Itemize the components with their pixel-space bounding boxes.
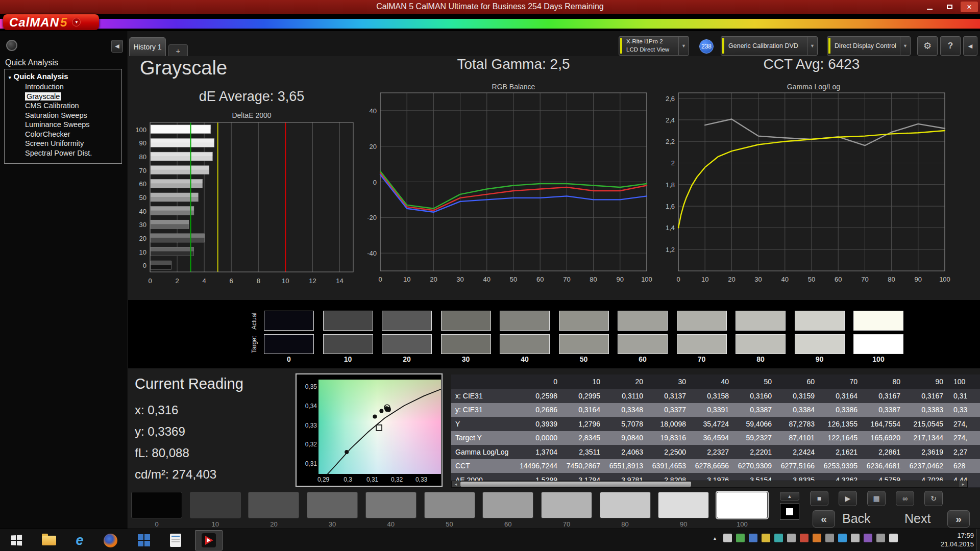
- patch-level-20[interactable]: [248, 492, 299, 518]
- sidebar-item-spectral-power-dist[interactable]: Spectral Power Dist.: [25, 148, 121, 158]
- sidebar-collapse-button[interactable]: ◀: [111, 40, 123, 53]
- tray-icon-5[interactable]: [774, 534, 783, 542]
- next-button[interactable]: Next: [904, 511, 930, 526]
- patch-level-0[interactable]: [131, 492, 182, 518]
- sidebar-item-luminance-sweeps[interactable]: Luminance Sweeps: [25, 120, 121, 130]
- patch-level-80[interactable]: [600, 492, 651, 518]
- patch-level-100[interactable]: [717, 492, 768, 518]
- patch-level-90[interactable]: [658, 492, 709, 518]
- table-cell: 7450,2867: [560, 462, 603, 470]
- gear-icon: ⚙: [923, 40, 932, 52]
- logo-dropdown-icon[interactable]: ▼: [72, 18, 81, 27]
- sidebar-item-colorchecker[interactable]: ColorChecker: [25, 130, 121, 139]
- chevron-down-icon[interactable]: ▼: [807, 37, 817, 55]
- play-button[interactable]: ▶: [839, 491, 857, 506]
- svg-text:80: 80: [139, 153, 146, 161]
- tray-icon-9[interactable]: [825, 534, 834, 542]
- table-row-label: y: CIE31: [451, 406, 518, 414]
- svg-text:2: 2: [671, 159, 675, 167]
- taskbar-blue-tiles-app[interactable]: [132, 530, 156, 550]
- taskbar-calman-active[interactable]: [195, 530, 223, 550]
- close-button[interactable]: ×: [961, 2, 978, 12]
- patch-level-50[interactable]: [424, 492, 475, 518]
- tray-icon-11[interactable]: [851, 534, 860, 542]
- chevron-down-icon[interactable]: ▼: [678, 37, 689, 55]
- source-dropdown[interactable]: Generic Calibration DVD ▼: [721, 36, 818, 56]
- display-control-dropdown[interactable]: Direct Display Control ▼: [827, 36, 911, 56]
- display-accent-bar: [828, 38, 830, 54]
- tray-icon-2[interactable]: [736, 534, 745, 542]
- continuous-read-button[interactable]: ∞: [896, 491, 914, 506]
- start-button[interactable]: [2, 530, 31, 550]
- taskbar-firefox[interactable]: [98, 530, 122, 550]
- tiles-icon: [138, 534, 150, 546]
- meter-profile-button[interactable]: ▦: [867, 491, 886, 506]
- cie-plot: [318, 380, 441, 474]
- show-desktop-button[interactable]: [976, 529, 980, 551]
- table-scrollbar[interactable]: ◂ ▸: [451, 481, 968, 488]
- scroll-right-arrow[interactable]: ▸: [959, 481, 967, 487]
- svg-text:90: 90: [915, 276, 922, 283]
- tray-icon-10[interactable]: [838, 534, 847, 542]
- meter-dropdown[interactable]: X-Rite i1Pro 2LCD Direct View ▼: [619, 36, 689, 56]
- scrollbar-thumb[interactable]: [460, 482, 691, 487]
- table-cell: 0,3159: [775, 392, 818, 400]
- windows-logo-icon: [11, 535, 22, 546]
- tray-icon-1[interactable]: [723, 534, 732, 542]
- patch-level-60[interactable]: [482, 492, 533, 518]
- swatch-target-0: [264, 334, 314, 354]
- add-tab-button[interactable]: +: [168, 44, 188, 56]
- help-button[interactable]: ?: [940, 36, 961, 56]
- hidden-icons-button[interactable]: ▴: [710, 534, 719, 542]
- patch-up-button[interactable]: ▲: [780, 492, 799, 500]
- tray-icon-8[interactable]: [813, 534, 821, 542]
- tab-history-1[interactable]: History 1: [129, 37, 166, 56]
- tray-icon-3[interactable]: [749, 534, 757, 542]
- table-cell: 2,2201: [732, 448, 775, 456]
- tray-icon-14[interactable]: [889, 534, 898, 542]
- taskbar-internet-explorer[interactable]: e: [67, 530, 92, 550]
- workflow-tree-items: IntroductionGrayscaleCMS CalibrationSatu…: [5, 82, 121, 158]
- taskbar-clock[interactable]: 17:59 21.04.2015: [935, 531, 974, 548]
- table-row-label: Gamma Log/Log: [451, 448, 518, 456]
- svg-text:20: 20: [370, 143, 377, 151]
- table-cell: 0,2598: [518, 392, 560, 400]
- taskbar-document-app[interactable]: [163, 530, 188, 550]
- svg-text:90: 90: [617, 276, 624, 283]
- calman-logo[interactable]: CalMAN 5 ▼: [3, 14, 99, 30]
- tray-icon-4[interactable]: [762, 534, 770, 542]
- maximize-button[interactable]: [941, 2, 958, 12]
- sidebar-item-screen-uniformity[interactable]: Screen Uniformity: [25, 139, 121, 148]
- settings-button[interactable]: ⚙: [917, 36, 938, 56]
- stop-button[interactable]: ■: [810, 491, 828, 506]
- scroll-left-arrow[interactable]: ◂: [452, 481, 460, 487]
- tray-icon-13[interactable]: [876, 534, 885, 542]
- patch-level-40[interactable]: [365, 492, 416, 518]
- taskbar-file-explorer[interactable]: [37, 530, 61, 550]
- tree-root[interactable]: ▾Quick Analysis: [9, 72, 121, 81]
- patch-level-30[interactable]: [307, 492, 358, 518]
- patch-level-10[interactable]: [190, 492, 241, 518]
- table-cell: 2,4063: [603, 448, 646, 456]
- tray-icon-12[interactable]: [864, 534, 872, 542]
- question-icon: ?: [948, 41, 953, 51]
- minimize-button[interactable]: [921, 2, 938, 12]
- loop-button[interactable]: ↻: [924, 491, 943, 506]
- tray-icon-6[interactable]: [787, 534, 796, 542]
- sidebar-item-cms-calibration[interactable]: CMS Calibration: [25, 101, 121, 111]
- next-chevron-button[interactable]: »: [947, 510, 970, 528]
- svg-text:70: 70: [563, 276, 570, 283]
- calman-orb-icon: [6, 40, 17, 51]
- gamma-chart: 01020304050607080901002,62,42,221,81,61,…: [652, 81, 966, 292]
- table-cell: 6270,9309: [732, 462, 775, 470]
- sidebar-item-grayscale[interactable]: Grayscale: [25, 92, 121, 102]
- patch-level-70[interactable]: [541, 492, 592, 518]
- sidebar-item-saturation-sweeps[interactable]: Saturation Sweeps: [25, 111, 121, 120]
- sidebar-item-introduction[interactable]: Introduction: [25, 82, 121, 92]
- tray-icon-7[interactable]: [800, 534, 808, 542]
- back-button[interactable]: Back: [842, 511, 871, 526]
- chevron-down-icon[interactable]: ▼: [900, 37, 910, 55]
- panel-collapse-button[interactable]: ◀: [963, 36, 977, 56]
- cie-x-tick-label: 0,29: [313, 476, 334, 483]
- back-chevron-button[interactable]: «: [813, 510, 835, 528]
